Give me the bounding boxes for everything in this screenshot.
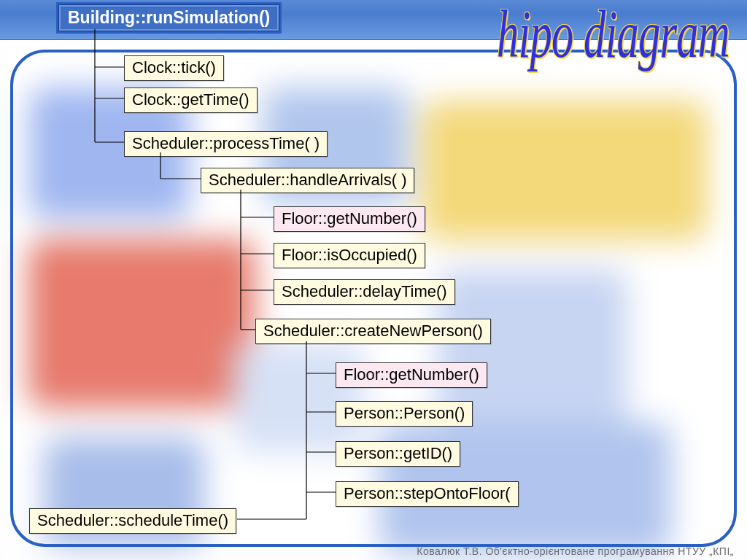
- diagram-title: hipo diagram: [497, 0, 729, 73]
- node-floor-getnumber-2: Floor::getNumber(): [336, 362, 487, 388]
- node-scheduler-processtime: Scheduler::processTime( ): [124, 131, 328, 157]
- node-clock-gettime: Clock::getTime(): [124, 88, 258, 113]
- footer-credit: Ковалюк Т.В. Об'єктно-орієнтоване програ…: [417, 545, 734, 557]
- node-person-stepontofloor: Person::stepOntoFloor(: [336, 481, 519, 507]
- node-scheduler-delaytime: Scheduler::delayTime(): [274, 279, 455, 305]
- hipo-diagram: Building::runSimulation() Clock::tick() …: [0, 0, 747, 560]
- node-scheduler-scheduletime: Scheduler::scheduleTime(): [29, 508, 236, 534]
- node-scheduler-handlearrivals: Scheduler::handleArrivals( ): [201, 168, 414, 193]
- node-person-getid: Person::getID(): [336, 441, 460, 467]
- node-building-runsimulation: Building::runSimulation(): [58, 4, 279, 31]
- node-floor-getnumber-1: Floor::getNumber(): [274, 206, 425, 232]
- node-floor-isoccupied: Floor::isOccupied(): [274, 243, 425, 268]
- node-clock-tick: Clock::tick(): [124, 55, 224, 81]
- node-person-constructor: Person::Person(): [336, 401, 473, 427]
- node-scheduler-createnewperson: Scheduler::createNewPerson(): [255, 319, 491, 344]
